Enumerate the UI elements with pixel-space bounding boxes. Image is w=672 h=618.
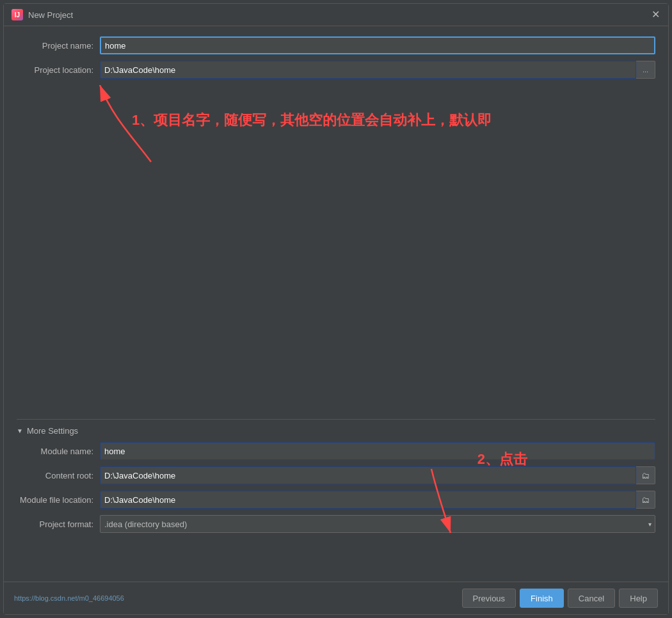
content-root-input[interactable] [100,466,636,484]
project-name-input[interactable] [100,36,655,54]
collapse-icon: ▼ [17,427,23,434]
new-project-dialog: IJ New Project ✕ Project name: Project l… [3,3,669,615]
project-format-row: Project format: .idea (directory based) … [17,515,655,533]
annotation-1-text: 1、项目名字，随便写，其他空的位置会自动补上，默认即 [132,111,492,131]
app-icon: IJ [12,9,23,20]
project-format-select[interactable]: .idea (directory based) .ipr (file based… [100,515,655,533]
project-location-label: Project location: [17,65,100,75]
content-root-label: Content root: [17,471,100,480]
content-root-row: Content root: 🗂 [17,466,655,484]
module-file-location-browse-button[interactable]: 🗂 [636,491,655,509]
annotation-2-text: 2、点击 [477,450,527,469]
dialog-footer: https://blog.csdn.net/m0_46694056 Previo… [4,582,668,614]
close-button[interactable]: ✕ [650,10,660,20]
cancel-button[interactable]: Cancel [568,589,615,608]
module-file-location-input[interactable] [100,491,636,509]
annotation-area: 1、项目名字，随便写，其他空的位置会自动补上，默认即 [17,85,655,419]
previous-button[interactable]: Previous [462,589,516,608]
module-file-location-label: Module file location: [17,495,100,505]
project-location-row: Project location: ... [17,61,655,79]
help-button[interactable]: Help [619,589,658,608]
title-bar: IJ New Project ✕ [4,4,668,26]
module-name-label: Module name: [17,447,100,456]
content-root-input-group: 🗂 [100,466,655,484]
title-bar-left: IJ New Project [12,9,73,20]
module-name-input[interactable] [100,442,655,460]
module-file-location-row: Module file location: 🗂 [17,491,655,509]
module-name-row: Module name: [17,442,655,460]
project-name-row: Project name: [17,36,655,54]
more-settings-label: More Settings [27,426,78,436]
project-format-dropdown-container: .idea (directory based) .ipr (file based… [100,515,655,533]
project-location-browse-button[interactable]: ... [636,61,655,79]
project-location-input[interactable] [100,61,636,79]
project-location-input-group: ... [100,61,655,79]
footer-url: https://blog.csdn.net/m0_46694056 [14,594,458,602]
annotation-2-area: 2、点击 [17,539,655,571]
module-file-location-input-group: 🗂 [100,491,655,509]
content-root-browse-button[interactable]: 🗂 [636,466,655,484]
finish-button[interactable]: Finish [520,589,564,608]
project-format-label: Project format: [17,519,100,529]
more-settings-section: ▼ More Settings Module name: Content roo… [17,419,655,539]
project-name-label: Project name: [17,41,100,51]
dialog-content: Project name: Project location: ... [4,26,668,582]
dialog-title: New Project [28,10,73,20]
more-settings-header[interactable]: ▼ More Settings [17,426,655,436]
